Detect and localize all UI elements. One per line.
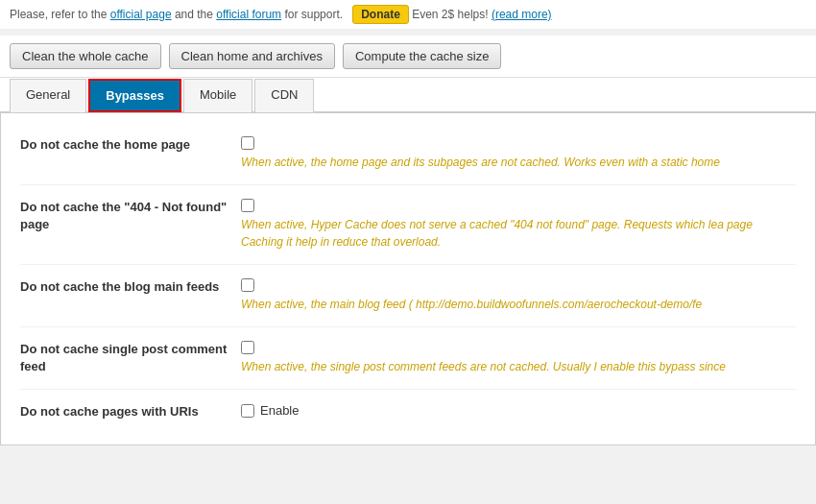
setting-control-no-cache-uris: Enable (241, 403, 796, 418)
and-text: and the (175, 8, 216, 21)
setting-no-cache-comment-feed: Do not cache single post comment feed Wh… (20, 327, 796, 390)
content-area: Do not cache the home page When active, … (0, 112, 816, 445)
clean-home-archives-button[interactable]: Clean home and archives (169, 43, 335, 69)
setting-label-no-cache-feeds: Do not cache the blog main feeds (20, 278, 241, 296)
setting-control-no-cache-home: When active, the home page and its subpa… (241, 136, 796, 171)
setting-no-cache-uris: Do not cache pages with URIs Enable (20, 390, 796, 434)
support-text: for support. (284, 8, 343, 21)
read-more-link[interactable]: (read more) (492, 8, 552, 21)
setting-label-no-cache-comment-feed: Do not cache single post comment feed (20, 341, 241, 375)
setting-label-no-cache-404: Do not cache the "404 - Not found" page (20, 199, 241, 233)
enable-label: Enable (260, 403, 299, 418)
checkbox-no-cache-feeds[interactable] (241, 278, 254, 292)
checkbox-no-cache-home[interactable] (241, 136, 254, 150)
checkbox-no-cache-uris[interactable] (241, 404, 254, 418)
tab-bypasses[interactable]: Bypasses (88, 79, 181, 112)
setting-desc-no-cache-comment-feed: When active, the single post comment fee… (241, 358, 796, 375)
setting-no-cache-feeds: Do not cache the blog main feeds When ac… (20, 265, 796, 327)
setting-desc-no-cache-feeds: When active, the main blog feed ( http:/… (241, 296, 796, 313)
clean-whole-cache-button[interactable]: Clean the whole cache (10, 43, 161, 69)
checkbox-no-cache-404[interactable] (241, 199, 254, 212)
setting-control-no-cache-comment-feed: When active, the single post comment fee… (241, 341, 796, 375)
setting-label-no-cache-home: Do not cache the home page (20, 136, 241, 154)
tab-general[interactable]: General (10, 79, 86, 112)
tab-mobile[interactable]: Mobile (183, 79, 252, 112)
tab-cdn[interactable]: CDN (254, 79, 314, 112)
setting-desc-no-cache-404: When active, Hyper Cache does not serve … (241, 216, 796, 251)
notice-text: Please, refer to the (10, 8, 110, 21)
setting-control-no-cache-404: When active, Hyper Cache does not serve … (241, 199, 796, 251)
tabs-bar: General Bypasses Mobile CDN (0, 78, 816, 112)
compute-cache-size-button[interactable]: Compute the cache size (343, 43, 501, 69)
checkbox-no-cache-comment-feed[interactable] (241, 341, 254, 354)
official-forum-link[interactable]: official forum (216, 8, 281, 21)
setting-desc-no-cache-home: When active, the home page and its subpa… (241, 154, 796, 171)
setting-label-no-cache-uris: Do not cache pages with URIs (20, 403, 241, 420)
official-page-link[interactable]: official page (110, 8, 172, 21)
setting-control-no-cache-feeds: When active, the main blog feed ( http:/… (241, 278, 796, 313)
even-text: Even 2$ helps! (412, 8, 492, 21)
setting-no-cache-home: Do not cache the home page When active, … (20, 123, 796, 185)
donate-button[interactable]: Donate (352, 5, 409, 24)
setting-no-cache-404: Do not cache the "404 - Not found" page … (20, 185, 796, 265)
